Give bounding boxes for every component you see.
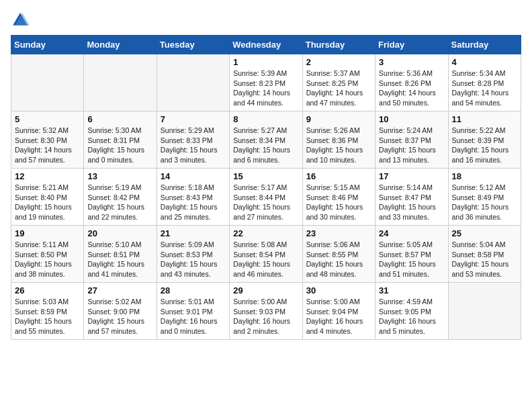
day-info: Sunrise: 5:08 AM Sunset: 8:54 PM Dayligh… bbox=[233, 240, 298, 279]
day-info: Sunrise: 5:14 AM Sunset: 8:47 PM Dayligh… bbox=[379, 183, 444, 222]
day-number: 8 bbox=[233, 114, 298, 124]
day-number: 28 bbox=[161, 285, 226, 295]
day-number: 29 bbox=[233, 285, 298, 295]
day-cell: 30Sunrise: 5:00 AM Sunset: 9:04 PM Dayli… bbox=[302, 283, 375, 340]
day-number: 5 bbox=[15, 114, 80, 124]
day-cell: 12Sunrise: 5:21 AM Sunset: 8:40 PM Dayli… bbox=[11, 169, 84, 226]
day-info: Sunrise: 5:12 AM Sunset: 8:49 PM Dayligh… bbox=[452, 183, 517, 222]
day-info: Sunrise: 5:30 AM Sunset: 8:31 PM Dayligh… bbox=[87, 126, 152, 165]
day-number: 25 bbox=[452, 228, 517, 238]
day-cell: 14Sunrise: 5:18 AM Sunset: 8:43 PM Dayli… bbox=[157, 169, 229, 226]
day-info: Sunrise: 5:39 AM Sunset: 8:23 PM Dayligh… bbox=[233, 68, 298, 108]
day-number: 18 bbox=[452, 171, 517, 181]
weekday-header-tuesday: Tuesday bbox=[157, 36, 229, 54]
day-cell: 4Sunrise: 5:34 AM Sunset: 8:28 PM Daylig… bbox=[448, 54, 521, 111]
day-number: 13 bbox=[87, 171, 152, 181]
day-info: Sunrise: 5:27 AM Sunset: 8:34 PM Dayligh… bbox=[233, 126, 298, 165]
day-cell: 25Sunrise: 5:04 AM Sunset: 8:58 PM Dayli… bbox=[448, 226, 521, 283]
day-cell: 22Sunrise: 5:08 AM Sunset: 8:54 PM Dayli… bbox=[230, 226, 302, 283]
day-info: Sunrise: 5:29 AM Sunset: 8:33 PM Dayligh… bbox=[161, 126, 226, 165]
day-info: Sunrise: 5:04 AM Sunset: 8:58 PM Dayligh… bbox=[452, 240, 517, 279]
day-cell: 7Sunrise: 5:29 AM Sunset: 8:33 PM Daylig… bbox=[157, 111, 229, 169]
day-info: Sunrise: 5:19 AM Sunset: 8:42 PM Dayligh… bbox=[87, 183, 152, 222]
day-number: 3 bbox=[379, 57, 444, 67]
day-number: 21 bbox=[161, 228, 226, 238]
day-number: 6 bbox=[87, 114, 152, 124]
day-cell: 8Sunrise: 5:27 AM Sunset: 8:34 PM Daylig… bbox=[230, 111, 302, 169]
day-number: 7 bbox=[161, 114, 226, 124]
day-cell: 9Sunrise: 5:26 AM Sunset: 8:36 PM Daylig… bbox=[302, 111, 375, 169]
day-cell: 17Sunrise: 5:14 AM Sunset: 8:47 PM Dayli… bbox=[375, 169, 448, 226]
day-number: 31 bbox=[379, 285, 444, 295]
day-info: Sunrise: 5:01 AM Sunset: 9:01 PM Dayligh… bbox=[161, 297, 226, 336]
day-cell: 11Sunrise: 5:22 AM Sunset: 8:39 PM Dayli… bbox=[448, 111, 521, 169]
week-row-1: 1Sunrise: 5:39 AM Sunset: 8:23 PM Daylig… bbox=[11, 54, 521, 111]
weekday-header-friday: Friday bbox=[375, 36, 448, 54]
day-info: Sunrise: 5:00 AM Sunset: 9:03 PM Dayligh… bbox=[233, 297, 298, 336]
day-number: 22 bbox=[233, 228, 298, 238]
day-number: 2 bbox=[306, 57, 371, 67]
day-info: Sunrise: 5:11 AM Sunset: 8:50 PM Dayligh… bbox=[15, 240, 80, 279]
week-row-5: 26Sunrise: 5:03 AM Sunset: 8:59 PM Dayli… bbox=[11, 283, 521, 340]
day-cell: 27Sunrise: 5:02 AM Sunset: 9:00 PM Dayli… bbox=[84, 283, 157, 340]
day-number: 20 bbox=[87, 228, 152, 238]
day-info: Sunrise: 5:22 AM Sunset: 8:39 PM Dayligh… bbox=[452, 126, 517, 165]
day-info: Sunrise: 5:36 AM Sunset: 8:26 PM Dayligh… bbox=[379, 68, 444, 108]
week-row-4: 19Sunrise: 5:11 AM Sunset: 8:50 PM Dayli… bbox=[11, 226, 521, 283]
day-info: Sunrise: 5:26 AM Sunset: 8:36 PM Dayligh… bbox=[306, 126, 371, 165]
weekday-header-monday: Monday bbox=[84, 36, 157, 54]
day-info: Sunrise: 5:03 AM Sunset: 8:59 PM Dayligh… bbox=[15, 297, 80, 336]
day-number: 24 bbox=[379, 228, 444, 238]
day-number: 19 bbox=[15, 228, 80, 238]
day-info: Sunrise: 4:59 AM Sunset: 9:05 PM Dayligh… bbox=[379, 297, 444, 336]
logo-icon bbox=[11, 11, 30, 30]
day-info: Sunrise: 5:06 AM Sunset: 8:55 PM Dayligh… bbox=[306, 240, 371, 279]
day-number: 12 bbox=[15, 171, 80, 181]
day-info: Sunrise: 5:17 AM Sunset: 8:44 PM Dayligh… bbox=[233, 183, 298, 222]
day-number: 26 bbox=[15, 285, 80, 295]
day-info: Sunrise: 5:37 AM Sunset: 8:25 PM Dayligh… bbox=[306, 68, 371, 108]
page-header bbox=[11, 11, 521, 30]
day-info: Sunrise: 5:32 AM Sunset: 8:30 PM Dayligh… bbox=[15, 126, 80, 165]
week-row-3: 12Sunrise: 5:21 AM Sunset: 8:40 PM Dayli… bbox=[11, 169, 521, 226]
day-cell: 23Sunrise: 5:06 AM Sunset: 8:55 PM Dayli… bbox=[302, 226, 375, 283]
week-row-2: 5Sunrise: 5:32 AM Sunset: 8:30 PM Daylig… bbox=[11, 111, 521, 169]
day-cell: 5Sunrise: 5:32 AM Sunset: 8:30 PM Daylig… bbox=[11, 111, 84, 169]
day-cell bbox=[157, 54, 229, 111]
day-number: 1 bbox=[233, 57, 298, 67]
day-cell: 18Sunrise: 5:12 AM Sunset: 8:49 PM Dayli… bbox=[448, 169, 521, 226]
day-cell: 20Sunrise: 5:10 AM Sunset: 8:51 PM Dayli… bbox=[84, 226, 157, 283]
weekday-header-saturday: Saturday bbox=[448, 36, 521, 54]
day-number: 30 bbox=[306, 285, 371, 295]
day-number: 4 bbox=[452, 57, 517, 67]
day-cell: 31Sunrise: 4:59 AM Sunset: 9:05 PM Dayli… bbox=[375, 283, 448, 340]
day-cell: 26Sunrise: 5:03 AM Sunset: 8:59 PM Dayli… bbox=[11, 283, 84, 340]
day-cell: 13Sunrise: 5:19 AM Sunset: 8:42 PM Dayli… bbox=[84, 169, 157, 226]
day-number: 15 bbox=[233, 171, 298, 181]
day-info: Sunrise: 5:15 AM Sunset: 8:46 PM Dayligh… bbox=[306, 183, 371, 222]
day-cell: 19Sunrise: 5:11 AM Sunset: 8:50 PM Dayli… bbox=[11, 226, 84, 283]
day-cell: 15Sunrise: 5:17 AM Sunset: 8:44 PM Dayli… bbox=[230, 169, 302, 226]
day-info: Sunrise: 5:05 AM Sunset: 8:57 PM Dayligh… bbox=[379, 240, 444, 279]
day-info: Sunrise: 5:00 AM Sunset: 9:04 PM Dayligh… bbox=[306, 297, 371, 336]
day-cell: 3Sunrise: 5:36 AM Sunset: 8:26 PM Daylig… bbox=[375, 54, 448, 111]
day-cell: 29Sunrise: 5:00 AM Sunset: 9:03 PM Dayli… bbox=[230, 283, 302, 340]
day-number: 23 bbox=[306, 228, 371, 238]
day-number: 14 bbox=[161, 171, 226, 181]
day-info: Sunrise: 5:24 AM Sunset: 8:37 PM Dayligh… bbox=[379, 126, 444, 165]
weekday-header-thursday: Thursday bbox=[302, 36, 375, 54]
weekday-header-sunday: Sunday bbox=[11, 36, 84, 54]
day-number: 11 bbox=[452, 114, 517, 124]
day-cell: 10Sunrise: 5:24 AM Sunset: 8:37 PM Dayli… bbox=[375, 111, 448, 169]
day-number: 17 bbox=[379, 171, 444, 181]
day-number: 10 bbox=[379, 114, 444, 124]
day-info: Sunrise: 5:09 AM Sunset: 8:53 PM Dayligh… bbox=[161, 240, 226, 279]
day-cell: 16Sunrise: 5:15 AM Sunset: 8:46 PM Dayli… bbox=[302, 169, 375, 226]
day-info: Sunrise: 5:18 AM Sunset: 8:43 PM Dayligh… bbox=[161, 183, 226, 222]
day-cell: 24Sunrise: 5:05 AM Sunset: 8:57 PM Dayli… bbox=[375, 226, 448, 283]
day-info: Sunrise: 5:02 AM Sunset: 9:00 PM Dayligh… bbox=[87, 297, 152, 336]
day-info: Sunrise: 5:21 AM Sunset: 8:40 PM Dayligh… bbox=[15, 183, 80, 222]
day-cell: 2Sunrise: 5:37 AM Sunset: 8:25 PM Daylig… bbox=[302, 54, 375, 111]
day-cell bbox=[11, 54, 84, 111]
logo bbox=[11, 11, 32, 30]
